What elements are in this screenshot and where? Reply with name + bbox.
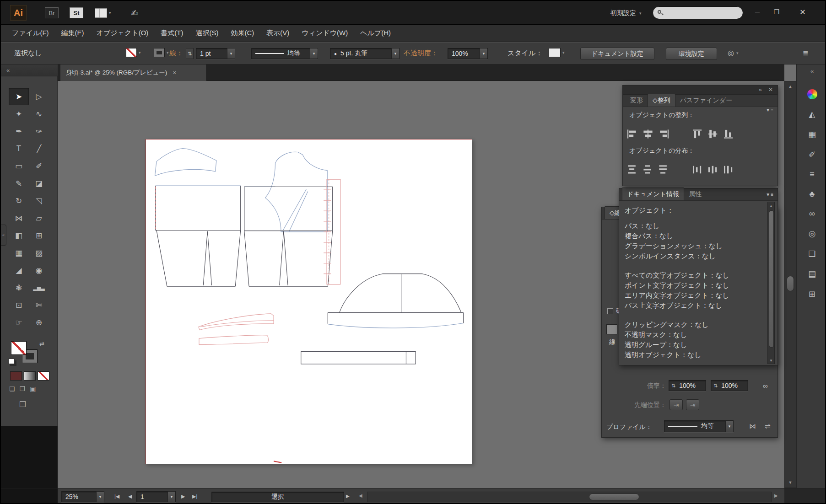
eyedropper-tool-button[interactable]: ◢ [9, 262, 29, 279]
distribute-left-button[interactable] [690, 163, 706, 176]
lasso-tool-button[interactable]: ∿ [29, 105, 49, 123]
arrowhead-scale-end-combo[interactable]: ⇅ 100% [711, 380, 748, 391]
front-bodice-dart-lines[interactable] [282, 189, 308, 232]
document-tab-close-icon[interactable]: × [173, 69, 176, 76]
chevron-down-icon[interactable]: ▾ [725, 421, 733, 432]
tools-panel-header[interactable]: « [1, 64, 58, 76]
paintbrush-tool-button[interactable]: ✐ [29, 157, 49, 175]
pattern-piece-waistband[interactable] [301, 351, 416, 364]
collapsed-panel-tab[interactable]: « [1, 225, 6, 246]
scroll-up-icon[interactable]: ▲ [768, 203, 774, 209]
artboard-navigation-combo[interactable]: 1 ▾ [136, 491, 176, 502]
pattern-piece-collar[interactable] [199, 314, 274, 330]
tab-align[interactable]: ◇整列 [648, 94, 675, 107]
symbols-panel-icon[interactable]: ♣ [810, 189, 815, 199]
menu-file[interactable]: ファイル(F) [12, 29, 49, 38]
shape-builder-tool-button[interactable]: ◧ [9, 227, 29, 244]
pattern-piece-front-bodice[interactable] [265, 152, 328, 232]
slice-tool-button[interactable]: ✄ [29, 296, 49, 314]
mesh-tool-button[interactable]: ▦ [9, 244, 29, 262]
arrange-documents-button[interactable]: ▾ [95, 7, 117, 18]
tab-transform[interactable]: 変形 [626, 94, 648, 107]
fill-indicator[interactable] [11, 341, 27, 355]
last-artboard-button[interactable]: ▶| [192, 493, 197, 499]
color-guide-panel-icon[interactable]: ◭ [809, 109, 815, 119]
menu-select[interactable]: 選択(S) [196, 29, 219, 38]
graphic-styles-panel-icon[interactable]: ❏ [808, 249, 815, 259]
menu-effect[interactable]: 効果(C) [231, 29, 254, 38]
width-profile-combo[interactable]: 均等 ▾ [251, 48, 318, 59]
artboard-tool-button[interactable]: ⊡ [9, 296, 29, 314]
stroke-width-combo[interactable]: 1 pt ▾ [196, 48, 235, 59]
minimize-button[interactable]: ─ [748, 5, 767, 19]
distribute-vertical-center-button[interactable] [640, 163, 656, 176]
brushes-panel-icon[interactable]: ✐ [809, 150, 815, 160]
distribute-bottom-button[interactable] [656, 163, 671, 176]
chevron-down-icon[interactable]: ▾ [167, 492, 175, 502]
close-button[interactable]: ✕ [786, 5, 819, 19]
gradient-tool-button[interactable]: ▨ [29, 244, 49, 262]
appearance-panel-icon[interactable]: ◎ [809, 229, 816, 239]
hand-tool-button[interactable]: ☞ [9, 314, 29, 331]
status-indicator-field[interactable]: 選択 [211, 492, 344, 502]
type-tool-button[interactable]: T [9, 140, 29, 157]
column-graph-tool-button[interactable]: ▂▅▃ [29, 279, 49, 296]
menu-edit[interactable]: 編集(E) [61, 29, 84, 38]
distribute-horizontal-center-button[interactable] [706, 163, 721, 176]
bridge-button[interactable]: Br [45, 7, 59, 18]
canvas-vertical-scrollbar[interactable]: ▲ ▼ [784, 81, 796, 488]
align-right-button[interactable] [656, 128, 671, 140]
blend-tool-button[interactable]: ◉ [29, 262, 49, 279]
color-panel-icon[interactable] [807, 89, 817, 99]
gradient-mode-button[interactable] [24, 371, 36, 381]
next-artboard-button[interactable]: ▶ [181, 493, 185, 499]
menu-type[interactable]: 書式(T) [161, 29, 183, 38]
previous-artboard-button[interactable]: ◀ [128, 493, 132, 499]
stroke-panel-icon[interactable]: ≡ [810, 170, 815, 179]
tab-document-info[interactable]: ドキュメント情報 [622, 188, 684, 200]
menu-help[interactable]: ヘルプ(H) [360, 29, 391, 38]
scroll-up-icon[interactable]: ▲ [785, 83, 796, 90]
chevron-down-icon[interactable]: ▾ [391, 48, 399, 59]
chevron-down-icon[interactable]: ▾ [480, 48, 487, 59]
cc-libraries-panel-icon[interactable]: ∞ [809, 209, 815, 219]
document-info-scrollbar[interactable]: ▲ ▼ [767, 202, 775, 364]
menu-object[interactable]: オブジェクト(O) [97, 29, 149, 38]
status-field-expand-icon[interactable]: ▶ [346, 493, 350, 499]
stroke-swatch-combo[interactable]: ▾ [154, 48, 169, 57]
screen-mode-icon[interactable]: ❒ [19, 400, 26, 409]
chevron-down-icon[interactable]: ▾ [96, 492, 104, 502]
selection-tool-button[interactable]: ➤ [9, 88, 29, 105]
control-panel-menu-icon[interactable]: ≣ [803, 49, 809, 57]
pattern-facing-strip[interactable] [324, 179, 340, 284]
hscroll-right-icon[interactable]: ▶ [774, 493, 778, 498]
pattern-piece-center-block[interactable] [244, 187, 333, 286]
vertical-scroll-thumb[interactable] [787, 276, 794, 291]
hand-gesture-icon[interactable]: ✍ [128, 6, 141, 19]
first-artboard-button[interactable]: |◀ [114, 493, 119, 499]
chevron-down-icon[interactable]: ▾ [227, 48, 235, 59]
profile-combo[interactable]: 均等 ▾ [664, 420, 734, 432]
hscroll-left-icon[interactable]: ◀ [359, 493, 362, 498]
pen-tool-button[interactable]: ✒ [9, 123, 29, 140]
tab-pathfinder[interactable]: パスファインダー [675, 94, 737, 107]
draw-behind-icon[interactable]: ❐ [20, 385, 26, 392]
panel-flyout-icon[interactable]: ▼≡ [766, 107, 774, 113]
zoom-combo[interactable]: 25% ▾ [61, 491, 104, 502]
none-mode-button[interactable] [38, 371, 49, 381]
add-anchor-point-tool-button[interactable]: ✑ [29, 123, 49, 140]
default-fill-stroke-icon[interactable] [8, 359, 15, 364]
direct-selection-tool-button[interactable]: ▷ [29, 88, 49, 105]
zoom-tool-button[interactable]: ⊕ [29, 314, 49, 331]
fill-swatch-combo[interactable]: ▾ [126, 48, 141, 57]
expand-panels-button[interactable]: « [797, 66, 826, 75]
rectangle-tool-button[interactable]: ▭ [9, 157, 29, 175]
line-segment-tool-button[interactable]: ╱ [29, 140, 49, 157]
width-tool-button[interactable]: ⋈ [9, 209, 29, 227]
close-panel-icon[interactable]: ✕ [768, 86, 773, 93]
scroll-thumb[interactable] [769, 210, 774, 348]
align-target-combo[interactable]: ◎ ▾ [728, 48, 739, 57]
align-left-button[interactable] [625, 128, 640, 140]
color-mode-button[interactable] [10, 371, 22, 381]
document-setup-button[interactable]: ドキュメント設定 [580, 48, 654, 60]
